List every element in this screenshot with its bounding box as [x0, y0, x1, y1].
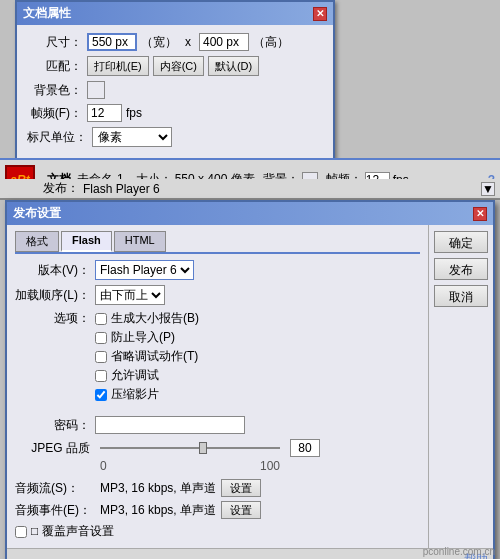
- help-bar: 帮助: [7, 548, 493, 559]
- bg-color-swatch[interactable]: [87, 81, 105, 99]
- tabs-row: 格式 Flash HTML: [15, 231, 420, 254]
- slider-thumb[interactable]: [199, 442, 207, 454]
- ruler-select[interactable]: 像素: [92, 127, 172, 147]
- jpeg-min-label: 0: [100, 459, 107, 473]
- bg-label: 背景色：: [27, 82, 82, 99]
- toolbar-arrow-icon[interactable]: ▼: [481, 182, 495, 196]
- tab-format[interactable]: 格式: [15, 231, 59, 252]
- jpeg-slider-container: [100, 440, 280, 456]
- audio-stream-label: 音频流(S)：: [15, 480, 100, 497]
- opt2-checkbox[interactable]: [95, 332, 107, 344]
- doc-props-titlebar: 文档属性 ✕: [17, 2, 333, 25]
- audio-stream-value: MP3, 16 kbps, 单声道: [100, 480, 216, 497]
- opt3-label: 省略调试动作(T): [111, 348, 198, 365]
- fps-unit: fps: [126, 106, 142, 120]
- publish-title: 发布设置: [13, 205, 61, 222]
- fps-label: 帧频(F)：: [27, 105, 82, 122]
- publish-dialog: 发布设置 ✕ 格式 Flash HTML 版本(V)： Flash Player…: [5, 200, 495, 559]
- slider-track: [100, 447, 280, 449]
- audio-event-set-btn[interactable]: 设置: [221, 501, 261, 519]
- fps-input[interactable]: [87, 104, 122, 122]
- doc-props-close-btn[interactable]: ✕: [313, 7, 327, 21]
- doc-props-title: 文档属性: [23, 5, 71, 22]
- load-order-select[interactable]: 由下而上: [95, 285, 165, 305]
- opt5-label: 压缩影片: [111, 386, 159, 403]
- audio-event-label: 音频事件(E)：: [15, 502, 100, 519]
- ruler-label: 标尺单位：: [27, 129, 87, 146]
- publish-close-btn[interactable]: ✕: [473, 207, 487, 221]
- tab-html[interactable]: HTML: [114, 231, 166, 252]
- override-label: □ 覆盖声音设置: [31, 523, 114, 540]
- toolbar-row2: 发布： Flash Player 6 ▼: [0, 179, 500, 199]
- pub-ok-btn[interactable]: 确定: [434, 231, 488, 253]
- opt1-label: 生成大小报告(B): [111, 310, 199, 327]
- content-btn[interactable]: 内容(C): [153, 56, 204, 76]
- match-label: 匹配：: [27, 58, 82, 75]
- version-select[interactable]: Flash Player 6: [95, 260, 194, 280]
- opt5-checkbox[interactable]: [95, 389, 107, 401]
- load-order-label: 加载顺序(L)：: [15, 287, 90, 304]
- tab-flash[interactable]: Flash: [61, 231, 112, 252]
- jpeg-label: JPEG 品质: [15, 440, 90, 457]
- publish-value: Flash Player 6: [83, 182, 160, 196]
- override-checkbox[interactable]: [15, 526, 27, 538]
- x-label: （宽）: [141, 34, 177, 51]
- default-match-btn[interactable]: 默认(D): [208, 56, 259, 76]
- password-input[interactable]: [95, 416, 245, 434]
- opt4-label: 允许调试: [111, 367, 159, 384]
- size-label: 尺寸：: [27, 34, 82, 51]
- publish-titlebar: 发布设置 ✕: [7, 202, 493, 225]
- printer-btn[interactable]: 打印机(E): [87, 56, 149, 76]
- publish-label: 发布：: [43, 180, 79, 197]
- password-label: 密码：: [15, 417, 90, 434]
- pub-publish-btn[interactable]: 发布: [434, 258, 488, 280]
- pub-cancel-btn[interactable]: 取消: [434, 285, 488, 307]
- jpeg-max-label: 100: [260, 459, 280, 473]
- opt1-checkbox[interactable]: [95, 313, 107, 325]
- watermark: pconline.com.cn: [423, 546, 495, 557]
- audio-event-value: MP3, 16 kbps, 单声道: [100, 502, 216, 519]
- opt4-checkbox[interactable]: [95, 370, 107, 382]
- width-input[interactable]: [87, 33, 137, 51]
- jpeg-value-input[interactable]: [290, 439, 320, 457]
- height-label: （高）: [253, 34, 289, 51]
- opt3-checkbox[interactable]: [95, 351, 107, 363]
- options-label: 选项：: [15, 310, 90, 327]
- x-sep: x: [185, 35, 191, 49]
- height-input[interactable]: [199, 33, 249, 51]
- version-label: 版本(V)：: [15, 262, 90, 279]
- opt2-label: 防止导入(P): [111, 329, 175, 346]
- audio-stream-set-btn[interactable]: 设置: [221, 479, 261, 497]
